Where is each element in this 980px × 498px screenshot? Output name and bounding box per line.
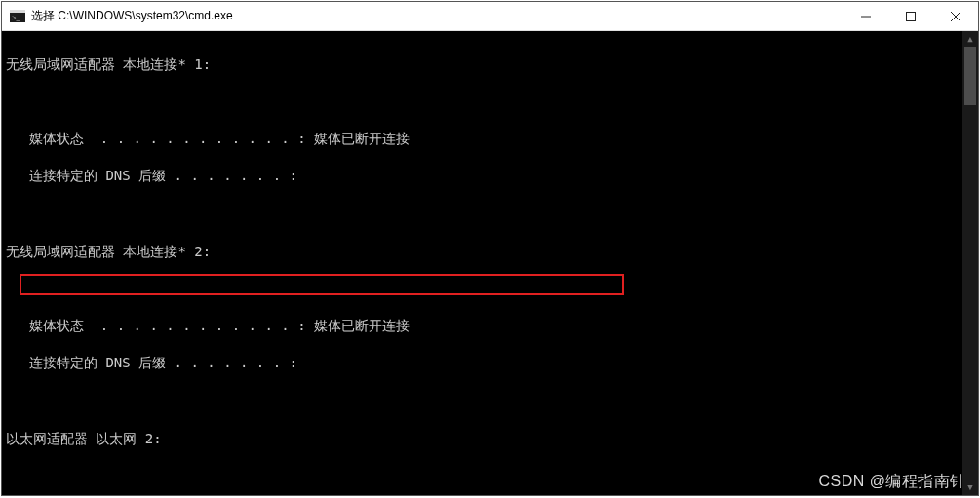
media-state-value: 媒体已断开连接 xyxy=(314,131,410,146)
media-state-label: 媒体状态 . . . . . . . . . . . . : xyxy=(29,318,314,333)
blank-line xyxy=(6,280,960,298)
maximize-button[interactable] xyxy=(888,2,933,30)
adapter-header: 以太网适配器 以太网 2: xyxy=(6,430,960,448)
window-title: 选择 C:\WINDOWS\system32\cmd.exe xyxy=(31,8,233,24)
scroll-up-icon[interactable]: ▲ xyxy=(962,31,978,47)
terminal-content: 无线局域网适配器 本地连接* 1: 媒体状态 . . . . . . . . .… xyxy=(2,35,978,495)
dns-suffix-row: 连接特定的 DNS 后缀 . . . . . . . : xyxy=(6,167,960,185)
dns-suffix-label: 连接特定的 DNS 后缀 . . . . . . . : xyxy=(29,168,297,183)
dns-suffix-label: 连接特定的 DNS 后缀 . . . . . . . : xyxy=(29,355,297,370)
adapter-header: 无线局域网适配器 本地连接* 1: xyxy=(6,56,960,74)
dns-suffix-row: 连接特定的 DNS 后缀 . . . . . . . : xyxy=(6,354,960,372)
scroll-track[interactable] xyxy=(962,47,978,479)
minimize-button[interactable] xyxy=(843,2,888,30)
adapter-header: 无线局域网适配器 本地连接* 2: xyxy=(6,243,960,261)
svg-rect-1 xyxy=(10,10,25,13)
terminal-area[interactable]: 无线局域网适配器 本地连接* 1: 媒体状态 . . . . . . . . .… xyxy=(2,31,978,495)
scrollbar[interactable]: ▲ ▼ xyxy=(962,31,978,495)
svg-rect-4 xyxy=(907,12,916,20)
blank-line xyxy=(6,391,960,409)
blank-line xyxy=(6,204,960,222)
titlebar[interactable]: >_ 选择 C:\WINDOWS\system32\cmd.exe xyxy=(2,2,978,31)
cmd-icon: >_ xyxy=(10,10,25,23)
media-state-label: 媒体状态 . . . . . . . . . . . . : xyxy=(29,131,314,146)
close-button[interactable] xyxy=(933,2,978,30)
blank-line xyxy=(6,93,960,111)
window-controls xyxy=(843,2,978,30)
media-state-row: 媒体状态 . . . . . . . . . . . . : 媒体已断开连接 xyxy=(6,317,960,335)
scroll-thumb[interactable] xyxy=(964,47,976,105)
media-state-row: 媒体状态 . . . . . . . . . . . . : 媒体已断开连接 xyxy=(6,130,960,148)
blank-line xyxy=(6,467,960,485)
svg-text:>_: >_ xyxy=(12,14,21,22)
watermark-text: CSDN @编程指南针 xyxy=(818,472,966,492)
cmd-window: >_ 选择 C:\WINDOWS\system32\cmd.exe 无线局域网适… xyxy=(1,1,979,496)
media-state-value: 媒体已断开连接 xyxy=(314,318,410,333)
